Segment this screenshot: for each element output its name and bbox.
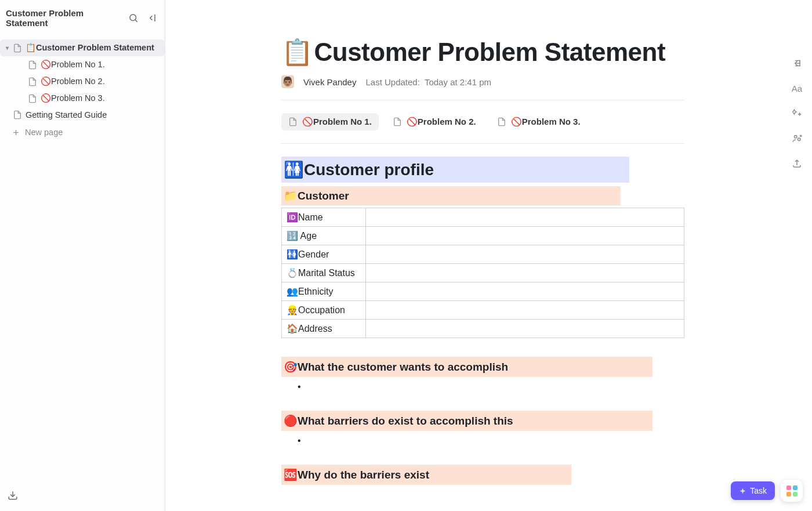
row-label[interactable]: 🚻Gender xyxy=(282,245,366,264)
typography-icon[interactable]: Aa xyxy=(792,84,802,93)
table-row: 💍Marital Status xyxy=(282,264,684,282)
magic-icon[interactable] xyxy=(792,108,802,118)
row-label[interactable]: 💍Marital Status xyxy=(282,264,366,282)
new-page-button[interactable]: New page xyxy=(0,123,165,142)
row-value[interactable] xyxy=(366,208,684,227)
row-label[interactable]: 👥Ethnicity xyxy=(282,282,366,301)
empty-bullet[interactable]: • xyxy=(298,382,684,392)
row-label[interactable]: 🔢 Age xyxy=(282,227,366,245)
sidebar-item-label: 🚫Problem No 1. xyxy=(41,60,105,70)
row-label[interactable]: 🏠Address xyxy=(282,320,366,338)
plus-icon xyxy=(12,128,20,137)
row-value[interactable] xyxy=(366,264,684,282)
document-body: 📋Customer Problem Statement 👨🏽 Vivek Pan… xyxy=(165,0,812,508)
sidebar-header: Customer Problem Statement xyxy=(0,0,165,36)
row-label[interactable]: 🆔Name xyxy=(282,208,366,227)
divider xyxy=(281,100,684,100)
sidebar-item-label: 🚫Problem No 3. xyxy=(41,93,105,103)
row-value[interactable] xyxy=(366,282,684,301)
collapse-sidebar-icon[interactable] xyxy=(147,12,159,24)
new-task-button[interactable]: Task xyxy=(731,481,775,500)
author-name[interactable]: Vivek Pandey xyxy=(303,77,356,87)
right-rail: Aa xyxy=(782,0,812,511)
page-icon xyxy=(28,94,37,103)
chip-label: 🚫Problem No 2. xyxy=(407,117,476,127)
svg-point-0 xyxy=(130,15,136,21)
page-icon xyxy=(13,44,22,53)
sidebar-item-label: 🚫Problem No 2. xyxy=(41,77,105,86)
svg-point-12 xyxy=(795,136,798,139)
expand-icon[interactable] xyxy=(791,58,802,68)
heading-why-barriers[interactable]: 🆘Why do the barriers exist xyxy=(281,465,571,485)
chip-label: 🚫Problem No 3. xyxy=(511,117,581,127)
page-icon xyxy=(28,60,37,70)
updated-label: Last Updated: Today at 2:41 pm xyxy=(365,77,491,87)
sidebar-nav: ▾ 📋Customer Problem Statement 🚫Problem N… xyxy=(0,36,165,142)
workspace-title[interactable]: Customer Problem Statement xyxy=(6,8,128,28)
share-icon[interactable] xyxy=(792,158,802,169)
sidebar-item-problem-3[interactable]: 🚫Problem No 3. xyxy=(0,90,165,107)
apps-icon xyxy=(786,485,798,496)
chip-problem-1[interactable]: 🚫Problem No 1. xyxy=(281,113,379,131)
page-icon xyxy=(393,117,402,126)
svg-point-13 xyxy=(798,138,801,141)
page-title-text: Customer Problem Statement xyxy=(314,38,666,67)
sidebar: Customer Problem Statement ▾ 📋Customer P… xyxy=(0,0,165,511)
sidebar-item-problem-2[interactable]: 🚫Problem No 2. xyxy=(0,73,165,90)
chip-problem-3[interactable]: 🚫Problem No 3. xyxy=(490,113,588,131)
row-value[interactable] xyxy=(366,301,684,320)
author-avatar[interactable]: 👨🏽 xyxy=(281,75,294,88)
sidebar-item-problem-1[interactable]: 🚫Problem No 1. xyxy=(0,56,165,73)
import-icon[interactable] xyxy=(7,490,19,501)
floating-actions: Task xyxy=(731,480,803,502)
apps-button[interactable] xyxy=(781,480,803,502)
page-icon xyxy=(28,77,37,86)
table-row: 👷Occupation xyxy=(282,301,684,320)
page-icon xyxy=(13,110,22,119)
row-value[interactable] xyxy=(366,227,684,245)
page-icon xyxy=(497,117,506,126)
chip-problem-2[interactable]: 🚫Problem No 2. xyxy=(386,113,483,131)
sidebar-item-label: Getting Started Guide xyxy=(26,110,107,119)
search-icon[interactable] xyxy=(128,12,139,24)
divider xyxy=(281,143,684,144)
sidebar-item-root[interactable]: ▾ 📋Customer Problem Statement xyxy=(0,39,165,56)
new-page-label: New page xyxy=(25,128,63,137)
empty-bullet[interactable]: • xyxy=(298,436,684,446)
row-value[interactable] xyxy=(366,320,684,338)
collaborate-icon[interactable] xyxy=(792,133,802,143)
page-meta: 👨🏽 Vivek Pandey Last Updated: Today at 2… xyxy=(281,75,684,88)
heading-barriers[interactable]: 🔴What barriers do exist to accomplish th… xyxy=(281,411,652,431)
heading-customer[interactable]: 📁Customer xyxy=(281,186,621,205)
main-content: Aa 📋Customer Problem Statement 👨🏽 Vivek … xyxy=(165,0,812,511)
page-title-icon: 📋 xyxy=(281,37,313,67)
table-row: 🔢 Age xyxy=(282,227,684,245)
table-row: 🏠Address xyxy=(282,320,684,338)
table-row: 🚻Gender xyxy=(282,245,684,264)
sidebar-bottom xyxy=(0,481,165,511)
chip-label: 🚫Problem No 1. xyxy=(302,117,372,127)
row-value[interactable] xyxy=(366,245,684,264)
task-label: Task xyxy=(750,486,767,495)
row-label[interactable]: 👷Occupation xyxy=(282,301,366,320)
chevron-down-icon[interactable]: ▾ xyxy=(2,45,12,51)
table-row: 👥Ethnicity xyxy=(282,282,684,301)
sidebar-item-label: 📋Customer Problem Statement xyxy=(26,43,154,53)
heading-accomplish[interactable]: 🎯What the customer wants to accomplish xyxy=(281,357,652,377)
page-icon xyxy=(288,117,298,126)
heading-customer-profile[interactable]: 🚻Customer profile xyxy=(281,157,629,183)
customer-table[interactable]: 🆔Name 🔢 Age 🚻Gender 💍Marital Status 👥Eth… xyxy=(281,208,684,338)
svg-line-1 xyxy=(135,20,137,21)
plus-icon xyxy=(739,487,746,495)
table-row: 🆔Name xyxy=(282,208,684,227)
subpage-chips: 🚫Problem No 1. 🚫Problem No 2. 🚫Problem N… xyxy=(281,113,684,131)
page-title[interactable]: 📋Customer Problem Statement xyxy=(281,37,684,67)
sidebar-item-guide[interactable]: Getting Started Guide xyxy=(0,107,165,123)
